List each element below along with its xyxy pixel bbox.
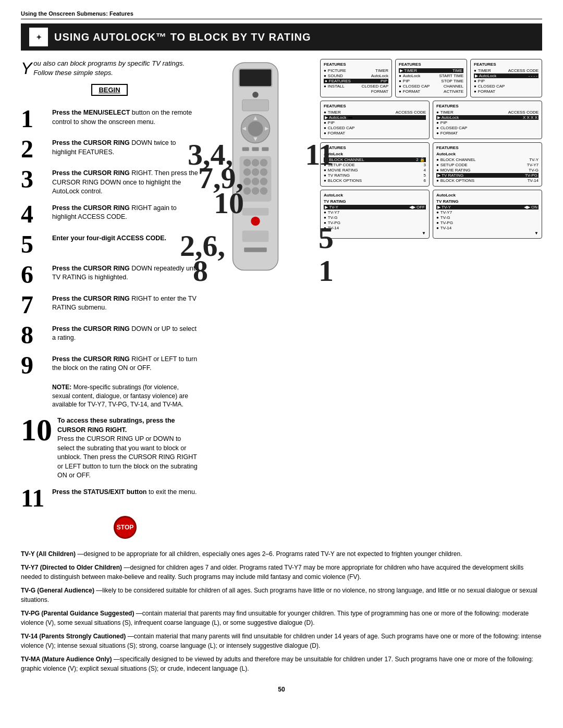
screen-4-1-item-2: ● TV-Y7 — [324, 210, 426, 215]
svg-point-19 — [260, 159, 267, 166]
screens-grid: FEATURES ● PICTURE TIMER ● SOUND AutoLoc… — [320, 59, 542, 239]
step-9: 9 Press the CURSOR RING RIGHT or LEFT to… — [21, 353, 198, 378]
step-2: 2 Press the CURSOR RING DOWN twice to hi… — [21, 137, 198, 162]
step-number-9: 9 — [21, 353, 50, 378]
step-text-11: Press the STATUS/EXIT button to exit the… — [52, 486, 198, 497]
svg-point-23 — [243, 178, 251, 185]
screen-1-2-item-5: ● FORMAT ACTIVATE — [399, 89, 463, 94]
screen-3-2-item-3: ● MOVIE RATING TV-G — [436, 168, 538, 172]
step-number-4: 4 — [21, 202, 50, 227]
tv-screen-3-1: FEATURES AutoLock ▶ BLOCK CHANNEL 2 🔒 ● … — [320, 142, 430, 187]
screen-1-3-item-3: ● PIP — [474, 79, 538, 83]
screen-2-1-item-3: ● PIP — [324, 120, 426, 125]
screen-row-2: FEATURES ● TIMER ACCESS CODE ▶ AutoLock … — [320, 101, 542, 139]
desc-tv-g-text: —likely to be considered suitable for ch… — [21, 587, 537, 603]
intro-text: Y ou also can block programs by specific… — [21, 59, 198, 78]
screen-1-1-item-3: ● FEATURES PIP — [324, 79, 388, 83]
tv-screen-2-1: FEATURES ● TIMER ACCESS CODE ▶ AutoLock … — [320, 101, 430, 139]
desc-tv-pg: TV-PG (Parental Guidance Suggested) —con… — [21, 609, 542, 627]
remote-area: 3,4, 7,9, 10 11 2,6, 8 1 5 — [209, 59, 313, 279]
step-number-6: 6 — [21, 262, 50, 287]
step-number-10: 10 — [21, 414, 57, 446]
begin-badge: BEGIN — [91, 84, 127, 96]
title-icon: ✦ — [29, 28, 48, 46]
svg-point-26 — [243, 187, 251, 194]
screen-4-2-item-5: ● TV-14 — [436, 226, 538, 230]
step-text-4: Press the CURSOR RING RIGHT again to hig… — [52, 202, 198, 222]
svg-point-20 — [243, 168, 251, 176]
svg-rect-32 — [244, 248, 266, 252]
note-label: NOTE: — [52, 384, 71, 391]
step-5: 5 Enter your four-digit ACCESS CODE. — [21, 232, 198, 257]
svg-rect-13 — [242, 147, 249, 151]
step-10-detail: Press the CURSOR RING UP or DOWN to sele… — [57, 435, 198, 479]
screen-4-2-item-2: ● TV-Y7 — [436, 210, 538, 215]
tv-screen-4-2: AutoLock TV RATING ▶ TV-Y ◀▶ ON ● TV-Y7 … — [433, 190, 542, 239]
screen-1-1-item-4: ● INSTALL CLOSED CAP — [324, 84, 388, 89]
step-text-2: Press the CURSOR RING DOWN twice to high… — [52, 137, 198, 157]
screen-3-1-title: FEATURES — [324, 145, 426, 150]
step-11-rest: to exit the menu. — [149, 488, 197, 496]
stop-circle: STOP — [114, 516, 137, 539]
desc-tv-14-bold: TV-14 (Parents Strongly Cautioned) — [21, 633, 126, 640]
svg-point-25 — [260, 178, 267, 185]
step-text-8: Press the CURSOR RING DOWN or UP to sele… — [52, 323, 198, 343]
bottom-section: TV-Y (All Children) —designed to be appr… — [21, 549, 542, 677]
screen-3-1-subtitle: AutoLock — [324, 152, 426, 156]
screen-row-1: FEATURES ● PICTURE TIMER ● SOUND AutoLoc… — [320, 59, 542, 97]
overlay-numbers-5: 5 — [319, 223, 334, 253]
title-bar: ✦ Using AutoLock™ to Block by TV Rating — [21, 23, 542, 51]
tv-screen-1-1: FEATURES ● PICTURE TIMER ● SOUND AutoLoc… — [320, 59, 392, 97]
step-1-bold: Press the MENU/SELECT — [52, 109, 130, 116]
screen-4-1-item-3: ● TV-G — [324, 215, 426, 220]
screen-3-2-subtitle: AutoLock — [436, 152, 538, 156]
desc-tv-14: TV-14 (Parents Strongly Cautioned) —cont… — [21, 632, 542, 650]
svg-rect-31 — [242, 230, 269, 242]
screen-1-3-item-4: ● CLOSED CAP — [474, 84, 538, 89]
screen-1-2-item-2: ● AutoLock START TIME — [399, 73, 463, 78]
right-column: 3,4, 7,9, 10 11 2,6, 8 1 5 FEATURES — [209, 59, 542, 539]
desc-tv-pg-bold: TV-PG (Parental Guidance Suggested) — [21, 610, 134, 617]
step-number-11: 11 — [21, 486, 50, 511]
screen-2-1-title: FEATURES — [324, 104, 426, 108]
step-6-bold: Press the CURSOR RING — [52, 265, 130, 272]
svg-rect-29 — [242, 208, 269, 215]
screen-4-1-title: AutoLock — [324, 193, 426, 198]
step-text-5: Enter your four-digit ACCESS CODE. — [52, 232, 198, 243]
screen-2-2-item-3: ● PIP — [436, 120, 538, 125]
screen-2-2-item-2: ▶ AutoLock X X X X — [436, 115, 538, 120]
screen-2-1-item-4: ● CLOSED CAP — [324, 126, 426, 130]
step-text-7: Press the CURSOR RING RIGHT to enter the… — [52, 292, 198, 313]
step-text-6: Press the CURSOR RING DOWN repeatedly un… — [52, 262, 198, 282]
screen-3-2-item-1: ● BLOCK CHANNEL TV-Y — [436, 157, 538, 162]
svg-rect-14 — [252, 147, 259, 151]
overlay-numbers-1: 1 — [319, 256, 334, 286]
screen-1-3-item-5: ● FORMAT — [474, 89, 538, 94]
intro-body: ou also can block programs by specific T… — [33, 59, 185, 77]
step-10: 10 To access these subratings, press the… — [21, 414, 198, 480]
screen-4-2-item-4: ● TV-PG — [436, 220, 538, 225]
main-content: Y ou also can block programs by specific… — [21, 59, 542, 539]
screen-3-1-item-4: ● TV RATING 5 — [324, 173, 426, 178]
overlay-numbers-10: 10 — [214, 188, 244, 218]
svg-point-24 — [252, 178, 259, 185]
desc-tv-ma: TV-MA (Mature Audience Only) —specifical… — [21, 655, 542, 673]
svg-rect-15 — [262, 147, 268, 151]
screen-2-1-item-5: ● FORMAT — [324, 131, 426, 135]
step-11-bold: Press the STATUS/EXIT button — [52, 488, 147, 496]
step-3-bold: Press the CURSOR RING — [52, 169, 130, 177]
screen-2-1-item-2: ▶ AutoLock — [324, 115, 426, 120]
section-header: Using the Onscreen Submenus: Features — [21, 10, 542, 19]
step-number-7: 7 — [21, 292, 50, 317]
svg-point-21 — [252, 168, 259, 176]
step-2-bold: Press the CURSOR RING — [52, 139, 130, 146]
steps-list: 1 Press the MENU/SELECT button on the re… — [21, 106, 198, 378]
screen-1-1-item-2: ● SOUND AutoLock — [324, 73, 388, 78]
svg-point-8 — [248, 121, 263, 136]
screen-4-1-subtitle: TV RATING — [324, 199, 426, 204]
step-9-bold: Press the CURSOR RING — [52, 355, 130, 363]
screen-4-2-item-3: ● TV-G — [436, 215, 538, 220]
stop-badge-container: STOP — [52, 516, 198, 539]
overlay-numbers-11: 11 — [305, 140, 334, 170]
step-number-2: 2 — [21, 137, 50, 162]
